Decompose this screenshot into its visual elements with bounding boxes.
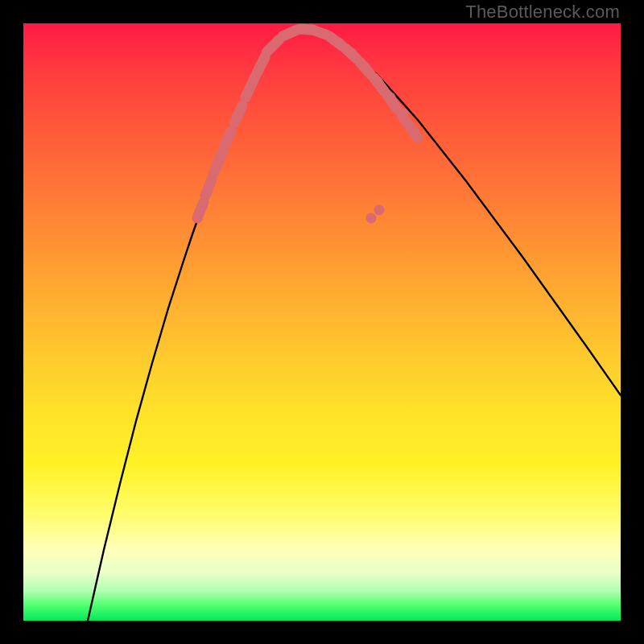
marker-segment xyxy=(234,105,242,123)
marker-dot xyxy=(374,205,385,216)
curve-svg xyxy=(23,23,621,621)
marker-segment xyxy=(225,131,231,146)
marker-dot xyxy=(347,48,357,59)
bottleneck-curve xyxy=(88,28,621,621)
plot-area xyxy=(23,23,621,621)
marker-dot xyxy=(360,62,370,72)
marker-dot xyxy=(386,93,396,103)
watermark-label: TheBottleneck.com xyxy=(465,2,620,23)
marker-dot xyxy=(398,109,409,119)
marker-segment xyxy=(213,151,223,173)
marker-segment xyxy=(283,30,297,36)
marker-dot xyxy=(334,38,345,48)
marker-dot xyxy=(373,76,383,87)
marker-overlay xyxy=(197,29,418,224)
marker-segment xyxy=(205,180,212,196)
marker-segment xyxy=(266,39,279,52)
marker-segment xyxy=(315,31,326,35)
marker-segment xyxy=(246,76,255,97)
marker-segment xyxy=(257,57,265,73)
marker-segment xyxy=(197,202,204,218)
chart-frame: TheBottleneck.com xyxy=(0,0,644,644)
marker-dot xyxy=(366,213,377,224)
